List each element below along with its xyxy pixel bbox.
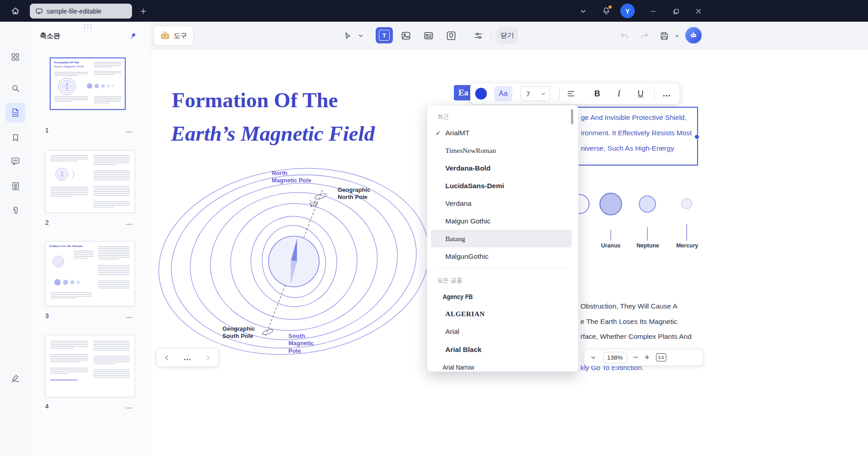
annotation-tool-button[interactable] [443,28,459,43]
titlebar-expand-button[interactable] [577,5,590,17]
dropdown-scrollbar[interactable] [571,109,573,124]
font-option-label: MalgunGothic [431,252,489,261]
paperclip-icon [11,206,20,215]
font-option-label: Verdana-Bold [431,164,491,172]
minimize-button[interactable] [646,5,661,17]
font-option-batang[interactable]: Batang [431,230,572,247]
zoom-out-button[interactable]: − [633,352,638,362]
text-line: ge And Invisible Protective Shield, [581,110,692,125]
document-tab[interactable]: sample-file-editable [30,4,132,19]
new-tab-button[interactable] [137,5,149,17]
bold-label: B [594,89,600,99]
font-size-select[interactable]: 7 [520,86,550,101]
font-option-arial-black[interactable]: Arial Black [431,341,572,358]
font-option-malgun-gothic[interactable]: Malgun Gothic [431,212,572,230]
page-nav-more-button[interactable]: ... [184,354,191,362]
page-4-menu-button[interactable]: ... [126,403,132,410]
selected-text-box[interactable]: ge And Invisible Protective Shield, iron… [563,107,698,166]
format-divider [559,88,560,100]
page-1-menu-button[interactable]: ... [126,127,132,134]
notifications-button[interactable] [599,4,613,18]
redo-icon [640,31,649,41]
undo-button[interactable] [618,29,631,43]
thumbnail-page-4[interactable] [45,335,135,397]
minimize-icon [650,8,657,15]
font-option-algerian[interactable]: ALGERIAN [431,305,572,323]
thumbnails-panel-button[interactable] [5,103,25,123]
properties-button[interactable] [471,28,486,43]
font-option-verdana[interactable]: Verdana [431,195,572,212]
font-option-label: ArialMT [445,129,469,137]
font-option-label: Arial Narrow [431,363,474,371]
planet-label-neptune: Neptune [633,242,663,249]
next-page-button[interactable] [204,354,212,361]
form-card-icon [423,30,434,41]
paragraph-line: Obstruction, They Will Cause A [580,302,677,310]
signature-icon [10,374,20,384]
save-dropdown[interactable] [673,31,681,41]
font-option-arial[interactable]: Arial [431,323,572,340]
zoom-controls: 138% − + 1:1 [584,349,703,366]
more-label: ... [663,89,671,99]
view-mode-dropdown[interactable] [590,354,597,361]
font-option-lucidasans-demi[interactable]: LucidaSans-Demi [431,177,572,195]
font-option-malgungothic[interactable]: MalgunGothic [431,247,572,265]
font-color-button[interactable] [475,88,487,100]
zoom-in-button[interactable]: + [645,352,650,362]
page-2-menu-button[interactable]: ... [126,219,132,226]
search-button[interactable] [5,78,25,98]
chevron-left-icon [163,354,170,361]
certificate-button[interactable] [5,176,25,196]
bold-button[interactable]: B [589,86,605,101]
planet-uranus [599,193,622,215]
font-option-agency-fb[interactable]: Agency FB [431,288,572,305]
thumbnail-page-3[interactable]: Evidence For The Theories [45,241,135,306]
font-option-verdana-bold[interactable]: Verdana-Bold [431,159,572,177]
save-button[interactable] [657,28,671,43]
font-family-button[interactable]: Aa [494,86,512,101]
ai-assistant-button[interactable] [685,27,702,43]
apps-button[interactable] [5,47,25,67]
selection-handle[interactable] [694,134,699,139]
thumbnail-page-2[interactable] [45,150,135,213]
page-number: 4 [45,403,49,410]
select-tool-button[interactable] [340,28,355,43]
planet-tick [610,230,611,241]
thumbnail-page-1-preview [51,58,125,109]
signature-button[interactable] [5,369,25,389]
form-tool-button[interactable] [421,28,436,43]
image-tool-button[interactable] [398,28,414,43]
font-option-timesnewroman[interactable]: TimesNewRoman [431,142,572,159]
comments-button[interactable] [5,151,25,171]
document-icon [10,108,20,118]
actual-size-button[interactable]: 1:1 [656,353,666,361]
close-edit-button[interactable]: 닫기 [496,27,518,44]
thumbnail-page-2-preview [46,151,134,212]
font-option-arial-narrow[interactable]: Arial Narrow [431,358,572,372]
underline-button[interactable]: U [632,86,649,101]
zoom-level-value[interactable]: 138% [603,352,627,363]
tools-button[interactable]: 도구 [154,26,193,46]
select-tool-dropdown[interactable] [356,31,365,41]
align-button[interactable] [563,86,579,101]
panel-drag-handle-icon[interactable] [84,24,92,28]
text-tool-button[interactable]: T [376,27,393,43]
thumbnail-page-1[interactable]: Formation Of The Earth’s Magnetic Field [50,57,126,110]
geographic-south-pole-label: Geographic South Pole [222,325,255,340]
avatar[interactable]: Y [620,4,635,18]
grid-icon [10,52,20,62]
bookmarks-button[interactable] [5,128,25,147]
italic-button[interactable]: I [611,86,627,101]
page-3-menu-button[interactable]: ... [126,312,132,319]
font-option-arialmt[interactable]: ✓ ArialMT [431,124,572,142]
undo-icon [620,31,629,41]
redo-button[interactable] [637,29,651,43]
pin-panel-button[interactable] [128,30,142,43]
more-format-button[interactable]: ... [659,86,675,101]
document-title-line1: Formation Of The [172,88,338,112]
previous-page-button[interactable] [163,354,170,361]
maximize-button[interactable] [668,5,684,17]
attachments-button[interactable] [5,200,25,220]
close-window-button[interactable] [691,5,706,17]
home-button[interactable] [6,3,24,19]
